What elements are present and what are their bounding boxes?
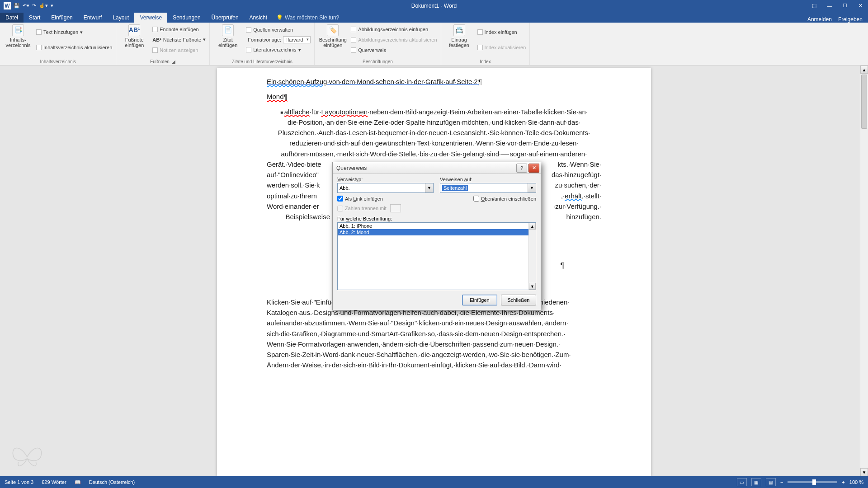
manage-sources-button[interactable]: Quellen verwalten [246, 25, 311, 34]
dialog-close-button[interactable]: ✕ [528, 164, 539, 173]
listbox-scrollbar[interactable]: ▲ ▼ [528, 223, 536, 290]
qat-touch-icon[interactable]: ☝▾ [39, 3, 48, 9]
view-read-mode[interactable]: ▭ [737, 478, 747, 486]
ref-to-combo[interactable]: Seitenzahl ▼ [440, 183, 536, 193]
sign-in-link[interactable]: Anmelden [807, 16, 832, 23]
ref-to-label: Verweisen auf: [440, 177, 536, 182]
ribbon: 📑 Inhalts- verzeichnis Text hinzufügen ▾… [0, 23, 868, 66]
tab-view[interactable]: Ansicht [244, 13, 273, 23]
next-footnote-button[interactable]: AB¹Nächste Fußnote ▾ [152, 35, 206, 44]
group-citations-label: Zitate und Literaturverzeichnis [213, 59, 311, 64]
add-text-button[interactable]: Text hinzufügen ▾ [36, 28, 112, 37]
word-icon: W [4, 2, 11, 9]
status-page[interactable]: Seite 1 von 3 [5, 479, 33, 485]
caption-icon: 🏷️ [327, 24, 339, 36]
scroll-up-icon[interactable]: ▲ [529, 223, 536, 230]
insert-caption-button[interactable]: 🏷️ Beschriftung einfügen [318, 24, 347, 48]
scroll-up-icon[interactable]: ▲ [860, 66, 868, 74]
group-index: 📇 Eintrag festlegen Index einfügen Index… [441, 23, 530, 65]
insert-caption-label: Beschriftung einfügen [319, 37, 347, 48]
ref-type-label: Verweistyp: [337, 177, 434, 182]
toc-icon: 📑 [12, 24, 24, 36]
tell-me-label: Was möchten Sie tun? [285, 14, 339, 21]
tab-file[interactable]: Datei [0, 13, 24, 23]
scroll-thumb[interactable] [861, 75, 867, 129]
insert-index-button[interactable]: Index einfügen [477, 28, 526, 37]
qat-redo-icon[interactable]: ↷ [32, 3, 36, 9]
tab-start[interactable]: Start [24, 13, 46, 23]
close-dialog-button[interactable]: Schließen [501, 295, 536, 305]
tell-me-search[interactable]: 💡 Was möchten Sie tun? [276, 13, 339, 23]
group-toc-label: Inhaltsverzeichnis [4, 59, 112, 64]
chk-as-link[interactable]: Als Link einfügen [337, 196, 383, 202]
ribbon-tabs: Datei Start Einfügen Entwurf Layout Verw… [0, 11, 868, 23]
chk-above-below[interactable]: Oben/unten einschließen [473, 196, 536, 202]
qat-undo-icon[interactable]: ↶▾ [23, 3, 29, 9]
tab-design[interactable]: Entwurf [78, 13, 108, 23]
toc-button[interactable]: 📑 Inhalts- verzeichnis [4, 24, 33, 48]
list-item[interactable]: Abb. 2: Mond [338, 229, 536, 235]
chevron-down-icon[interactable]: ▼ [528, 183, 536, 192]
group-footnotes-label: Fußnoten ◢ [120, 59, 206, 64]
scroll-down-icon[interactable]: ▼ [860, 468, 868, 476]
doc-bullet[interactable]: altfläche·für·Layoutoptionen·neben·dem·B… [267, 107, 601, 159]
list-label: Für welche Beschriftung: [337, 216, 536, 221]
group-toc: 📑 Inhalts- verzeichnis Text hinzufügen ▾… [0, 23, 116, 65]
chevron-down-icon[interactable]: ▼ [425, 183, 433, 192]
group-captions-label: Beschriftungen [318, 59, 437, 64]
footnote-icon: AB¹ [128, 24, 140, 36]
dialog-titlebar[interactable]: Querverweis ? ✕ [333, 162, 541, 174]
qat-save-icon[interactable]: 💾 [14, 3, 20, 9]
doc-mond[interactable]: Mond¶ [267, 91, 601, 102]
qat-customize-icon[interactable]: ▾ [51, 3, 53, 9]
insert-button[interactable]: Einfügen [462, 295, 497, 305]
group-index-label: Index [445, 59, 526, 64]
document-title: Dokument1 - Word [411, 3, 457, 9]
insert-citation-button[interactable]: 📄 Zitat einfügen [213, 24, 242, 48]
insert-figures-dir-button[interactable]: Abbildungsverzeichnis einfügen [351, 25, 437, 34]
minimize-button[interactable]: — [822, 0, 837, 11]
status-proofing-icon[interactable]: 📖 [75, 479, 81, 485]
status-words[interactable]: 629 Wörter [42, 479, 66, 485]
zoom-level[interactable]: 100 % [849, 479, 863, 485]
titlebar: W 💾 ↶▾ ↷ ☝▾ ▾ Dokument1 - Word ⬚ — ☐ ✕ [0, 0, 868, 11]
status-language[interactable]: Deutsch (Österreich) [89, 479, 135, 485]
maximize-button[interactable]: ☐ [837, 0, 853, 11]
cross-reference-button[interactable]: Querverweis [351, 46, 437, 55]
tab-insert[interactable]: Einfügen [46, 13, 78, 23]
group-footnotes: AB¹ Fußnote einfügen Endnote einfügen AB… [116, 23, 210, 65]
quick-access-toolbar: W 💾 ↶▾ ↷ ☝▾ ▾ [0, 2, 53, 9]
cross-reference-dialog: Querverweis ? ✕ Verweistyp: Abb. ▼ Verwe… [332, 162, 541, 310]
tab-references[interactable]: Verweise [134, 13, 167, 23]
caption-listbox[interactable]: Abb. 1: iPhone Abb. 2: Mond ▲ ▼ [337, 222, 536, 290]
insert-endnote-button[interactable]: Endnote einfügen [152, 25, 206, 34]
group-captions: 🏷️ Beschriftung einfügen Abbildungsverze… [315, 23, 441, 65]
tab-review[interactable]: Überprüfen [206, 13, 244, 23]
zoom-out-button[interactable]: − [780, 479, 783, 485]
update-toc-button[interactable]: Inhaltsverzeichnis aktualisieren [36, 43, 112, 52]
scroll-down-icon[interactable]: ▼ [529, 283, 536, 290]
bibliography-button[interactable]: Literaturverzeichnis ▾ [246, 45, 311, 54]
mark-entry-button[interactable]: 📇 Eintrag festlegen [445, 24, 474, 48]
mark-entry-label: Eintrag festlegen [449, 37, 469, 48]
insert-citation-label: Zitat einfügen [218, 37, 237, 48]
doc-line1[interactable]: Ein·schönen·Aufzug·von·dem·Mond·sehen·si… [267, 76, 601, 87]
view-web-layout[interactable]: ▤ [766, 478, 776, 486]
vertical-scrollbar[interactable]: ▲ ▼ [860, 66, 868, 476]
zoom-in-button[interactable]: + [842, 479, 844, 485]
dialog-help-button[interactable]: ? [516, 164, 527, 173]
insert-footnote-button[interactable]: AB¹ Fußnote einfügen [120, 24, 149, 48]
ref-type-combo[interactable]: Abb. ▼ [337, 183, 434, 193]
tab-mailings[interactable]: Sendungen [167, 13, 206, 23]
zoom-slider[interactable] [788, 481, 837, 483]
tab-layout[interactable]: Layout [107, 13, 134, 23]
close-button[interactable]: ✕ [853, 0, 868, 11]
citation-style-value[interactable]: Harvard [283, 36, 311, 43]
citation-style-select[interactable]: Formatvorlage: Harvard [246, 36, 311, 43]
citation-icon: 📄 [222, 24, 234, 36]
share-button[interactable]: Freigeben [838, 16, 863, 23]
chk-separate-numbers: Zahlen trennen mit [337, 204, 401, 212]
list-item[interactable]: Abb. 1: iPhone [338, 223, 536, 229]
ribbon-display-options-icon[interactable]: ⬚ [807, 0, 822, 11]
view-print-layout[interactable]: ▦ [751, 478, 761, 486]
